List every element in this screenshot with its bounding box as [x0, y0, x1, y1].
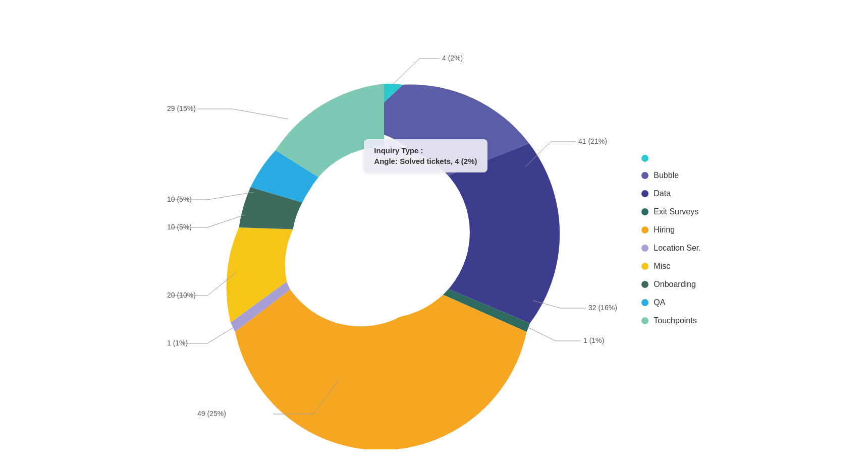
donut-hole — [298, 147, 470, 318]
legend-item-location: Location Ser. — [641, 244, 700, 253]
legend-item-bubble: Bubble — [641, 171, 700, 180]
label-text-8: 10 (5%) — [167, 223, 192, 231]
legend-dot-data — [641, 190, 648, 197]
label-text-2: 41 (21%) — [578, 137, 607, 145]
donut-chart-area: 4 (2%) 41 (21%) 32 (16%) 1 (1%) 49 (25%)… — [167, 21, 621, 449]
label-text-10: 29 (15%) — [167, 104, 196, 112]
legend-item-data: Data — [641, 189, 700, 198]
chart-legend: Bubble Data Exit Surveys Hiring Location… — [641, 145, 700, 325]
legend-item-exit-surveys: Exit Surveys — [641, 207, 700, 216]
legend-label-bubble: Bubble — [654, 171, 679, 180]
legend-label-hiring: Hiring — [654, 225, 675, 234]
legend-dot-0 — [641, 155, 648, 162]
label-line-6 — [207, 327, 234, 343]
label-line-10 — [233, 109, 288, 119]
label-line-8 — [207, 215, 245, 227]
legend-item-hiring: Hiring — [641, 225, 700, 234]
legend-dot-exit-surveys — [641, 208, 648, 215]
legend-item-touchpoints: Touchpoints — [641, 316, 700, 325]
donut-svg: 4 (2%) 41 (21%) 32 (16%) 1 (1%) 49 (25%)… — [167, 21, 621, 449]
label-line-4 — [528, 327, 556, 341]
label-text-6: 1 (1%) — [167, 339, 188, 347]
legend-label-onboarding: Onboarding — [654, 280, 696, 289]
legend-label-misc: Misc — [654, 262, 670, 271]
legend-item-onboarding: Onboarding — [641, 280, 700, 289]
legend-dot-qa — [641, 299, 648, 306]
legend-dot-bubble — [641, 172, 648, 179]
chart-container: 4 (2%) 41 (21%) 32 (16%) 1 (1%) 49 (25%)… — [0, 0, 868, 470]
label-line-1 — [393, 58, 419, 84]
legend-item-misc: Misc — [641, 262, 700, 271]
legend-item-qa: QA — [641, 298, 700, 307]
legend-label-qa: QA — [654, 298, 665, 307]
label-text-1: 4 (2%) — [442, 54, 463, 62]
legend-label-exit-surveys: Exit Surveys — [654, 207, 698, 216]
label-text-9: 10 (5%) — [167, 195, 192, 203]
legend-dot-onboarding — [641, 281, 648, 288]
legend-dot-location — [641, 245, 648, 252]
label-text-3: 32 (16%) — [588, 304, 617, 312]
legend-label-touchpoints: Touchpoints — [654, 316, 696, 325]
legend-label-data: Data — [654, 189, 671, 198]
legend-label-location: Location Ser. — [654, 244, 700, 253]
label-text-7: 20 (10%) — [167, 291, 196, 299]
legend-dot-touchpoints — [641, 317, 648, 324]
label-text-5: 49 (25%) — [197, 409, 226, 418]
legend-item-0 — [641, 155, 700, 162]
legend-dot-misc — [641, 263, 648, 270]
legend-dot-hiring — [641, 226, 648, 233]
label-text-4: 1 (1%) — [583, 336, 604, 344]
